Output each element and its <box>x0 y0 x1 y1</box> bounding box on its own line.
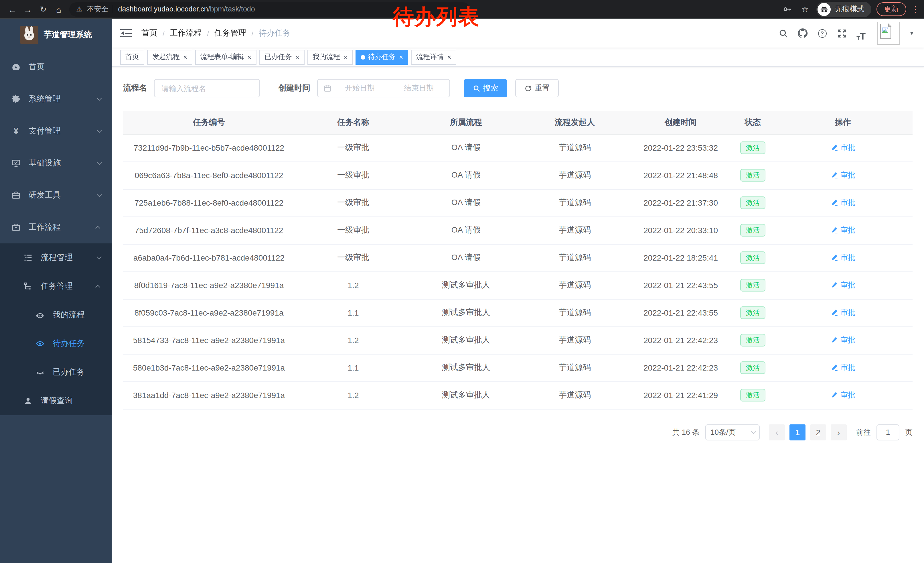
workflow-submenu: 流程管理 任务管理 我的流程 <box>0 243 112 415</box>
goto-page-input[interactable] <box>876 424 899 440</box>
password-key-icon[interactable] <box>781 3 794 15</box>
approve-link[interactable]: 审批 <box>831 198 855 208</box>
tab-close-icon[interactable]: × <box>296 54 299 60</box>
pencil-icon <box>831 392 838 399</box>
breadcrumb-separator: / <box>163 29 165 38</box>
reset-button[interactable]: 重置 <box>515 79 559 98</box>
cell-create-time: 2022-01-22 20:33:10 <box>629 216 732 244</box>
next-page-button[interactable]: › <box>831 424 847 440</box>
create-time-range-picker[interactable]: 开始日期 - 结束日期 <box>317 79 450 98</box>
browser-home-button[interactable]: ⌂ <box>51 2 66 17</box>
sidebar-item-dev[interactable]: 研发工具 <box>0 179 112 211</box>
browser-menu-icon[interactable]: ⋮ <box>911 5 920 14</box>
table-row: a6aba0a4-7b6d-11ec-b781-acde48001122 一级审… <box>123 244 912 272</box>
tab-done-task[interactable]: 已办任务 × <box>260 50 304 65</box>
breadcrumb-task-management[interactable]: 任务管理 <box>214 28 246 38</box>
cell-initiator: 芋道源码 <box>520 134 629 162</box>
search-icon <box>473 84 480 92</box>
app-logo <box>20 26 38 44</box>
status-badge: 激活 <box>740 279 765 292</box>
page-size-select[interactable]: 10条/页 <box>705 424 760 440</box>
approve-link[interactable]: 审批 <box>831 143 855 153</box>
page-button-1[interactable]: 1 <box>789 424 806 440</box>
sidebar-item-home[interactable]: 首页 <box>0 51 112 83</box>
font-size-icon[interactable]: TT <box>853 25 869 41</box>
header-search-icon[interactable] <box>775 25 791 41</box>
sidebar-collapse-icon[interactable] <box>120 29 132 38</box>
tab-close-icon[interactable]: × <box>344 54 348 60</box>
tab-close-icon[interactable]: × <box>447 54 451 60</box>
approve-link[interactable]: 审批 <box>831 308 855 318</box>
tab-label: 首页 <box>125 52 139 62</box>
tab-home[interactable]: 首页 <box>120 50 144 65</box>
tab-close-icon[interactable]: × <box>399 54 403 60</box>
cell-initiator: 芋道源码 <box>520 354 629 381</box>
approve-link[interactable]: 审批 <box>831 335 855 345</box>
avatar[interactable] <box>877 22 900 45</box>
table-row: 58154733-7ac8-11ec-a9e2-a2380e71991a 1.2… <box>123 326 912 354</box>
help-icon[interactable]: ? <box>814 25 830 41</box>
screenshot-root: 待办列表 ← → ↻ ⌂ ⚠ 不安全 dashboard.yudao.iocod… <box>0 0 924 563</box>
process-name-input[interactable] <box>154 79 260 98</box>
bookmark-star-icon[interactable]: ☆ <box>799 3 811 15</box>
cell-task-name: 1.1 <box>295 299 412 326</box>
app-logo-row[interactable]: 芋道管理系统 <box>0 19 112 51</box>
end-date-placeholder[interactable]: 结束日期 <box>394 83 444 93</box>
sidebar-item-system[interactable]: 系统管理 <box>0 83 112 115</box>
approve-link[interactable]: 审批 <box>831 252 855 263</box>
search-button[interactable]: 搜索 <box>464 79 507 98</box>
cell-process: 测试多审批人 <box>412 299 520 326</box>
pencil-icon <box>831 144 838 152</box>
approve-link[interactable]: 审批 <box>831 280 855 290</box>
browser-update-button[interactable]: 更新 <box>876 2 906 16</box>
page-button-2[interactable]: 2 <box>810 424 826 440</box>
sidebar-item-my-process[interactable]: 我的流程 <box>0 301 112 329</box>
sidebar-item-leave-query[interactable]: 请假查询 <box>0 387 112 415</box>
avatar-caret-icon[interactable]: ▼ <box>909 30 914 36</box>
reset-button-label: 重置 <box>535 83 550 93</box>
browser-back-button[interactable]: ← <box>4 2 20 17</box>
approve-link[interactable]: 审批 <box>831 225 855 236</box>
page-content: 流程名 创建时间 开始日期 - 结束日期 搜索 <box>112 67 924 563</box>
cell-create-time: 2022-01-21 22:42:23 <box>629 326 732 354</box>
github-icon[interactable] <box>795 25 811 41</box>
app-title: 芋道管理系统 <box>44 30 92 40</box>
pencil-icon <box>831 336 838 344</box>
table-row: 725a1eb6-7b88-11ec-8ef0-acde48001122 一级审… <box>123 189 912 216</box>
sidebar-item-task-management[interactable]: 任务管理 <box>0 272 112 301</box>
incognito-icon <box>818 3 831 16</box>
page-size-value: 10条/页 <box>711 427 736 437</box>
fullscreen-icon[interactable] <box>834 25 850 41</box>
tab-process-detail[interactable]: 流程详情 × <box>411 50 456 65</box>
tab-close-icon[interactable]: × <box>248 54 251 60</box>
tab-my-process[interactable]: 我的流程 × <box>308 50 352 65</box>
chevron-up-icon <box>95 226 100 231</box>
approve-link[interactable]: 审批 <box>831 390 855 400</box>
tab-close-icon[interactable]: × <box>183 54 187 60</box>
browser-forward-button[interactable]: → <box>20 2 36 17</box>
browser-reload-button[interactable]: ↻ <box>36 2 51 17</box>
approve-link[interactable]: 审批 <box>831 363 855 373</box>
pencil-icon <box>831 199 838 206</box>
status-badge: 激活 <box>740 141 765 155</box>
start-date-placeholder[interactable]: 开始日期 <box>335 83 385 93</box>
cell-task-name: 1.2 <box>295 381 412 409</box>
tab-start-process[interactable]: 发起流程 × <box>147 50 192 65</box>
chevron-down-icon <box>97 192 102 197</box>
table-row: 381aa1dd-7ac8-11ec-a9e2-a2380e71991a 1.2… <box>123 381 912 409</box>
sidebar-item-pay[interactable]: ¥ 支付管理 <box>0 115 112 147</box>
breadcrumb-workflow[interactable]: 工作流程 <box>170 28 202 38</box>
sidebar-item-todo-task[interactable]: 待办任务 <box>0 329 112 358</box>
sidebar-item-workflow[interactable]: 工作流程 <box>0 211 112 243</box>
table-row: 069c6a63-7b8a-11ec-8ef0-acde48001122 一级审… <box>123 162 912 189</box>
sidebar-item-infra[interactable]: 基础设施 <box>0 147 112 179</box>
address-bar[interactable]: ⚠ 不安全 dashboard.yudao.iocoder.cn/bpm/tas… <box>69 2 470 17</box>
tab-process-form-edit[interactable]: 流程表单-编辑 × <box>195 50 256 65</box>
sidebar-item-label: 我的流程 <box>52 310 100 320</box>
sidebar-item-done-task[interactable]: 已办任务 <box>0 358 112 387</box>
tab-todo-task[interactable]: 待办任务 × <box>356 50 408 65</box>
approve-link[interactable]: 审批 <box>831 170 855 180</box>
breadcrumb-home[interactable]: 首页 <box>141 28 158 38</box>
sidebar-item-process-management[interactable]: 流程管理 <box>0 243 112 272</box>
prev-page-button[interactable]: ‹ <box>769 424 785 440</box>
